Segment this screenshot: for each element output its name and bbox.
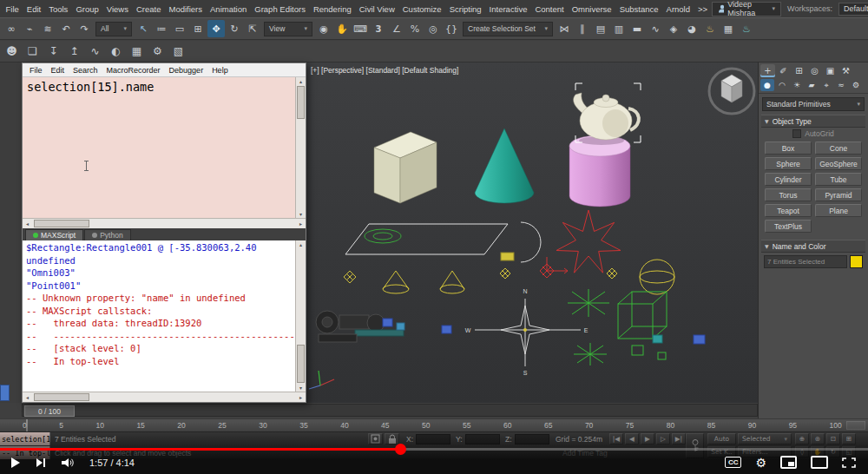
scroll-up-icon[interactable]: ▴ (296, 240, 306, 248)
small-green-box[interactable] (632, 346, 643, 355)
perspective-viewport[interactable]: [+] [Perspective] [Standard] [Default Sh… (306, 63, 758, 403)
object-type-button[interactable]: Cylinder (765, 173, 812, 186)
menu-item[interactable]: Customize (398, 4, 445, 14)
undo-icon[interactable]: ↶ (57, 20, 75, 37)
yellow-helpers[interactable] (344, 253, 674, 294)
menu-item[interactable]: File (2, 4, 23, 14)
object-type-button[interactable]: Tube (815, 173, 862, 186)
object-type-button[interactable]: Teapot (765, 204, 812, 217)
object-name-field[interactable]: 7 Entities Selected (764, 255, 847, 268)
selection-region-icon[interactable]: ▭ (171, 20, 188, 37)
schematic-view-icon[interactable]: ◈ (665, 20, 682, 37)
time-slider-handle[interactable]: 0 / 100 (24, 405, 75, 417)
maxscript-menu-item[interactable]: Help (207, 66, 233, 75)
window-crossing-icon[interactable]: ⊞ (189, 20, 207, 37)
menu-item[interactable]: Create (132, 4, 165, 14)
object-type-button[interactable]: Torus (765, 188, 812, 201)
select-and-move-icon[interactable]: ✥ (207, 20, 225, 37)
name-color-rollout-header[interactable]: ▼ Name and Color (761, 240, 865, 253)
maxscript-editor-pane[interactable]: selection[15].name ▴ ▾ (23, 77, 306, 218)
modify-tab-icon[interactable]: ✐ (776, 64, 791, 77)
fullscreen-button[interactable] (842, 458, 856, 468)
systems-category-icon[interactable]: ⚙ (849, 79, 863, 91)
display-tab-icon[interactable]: ▣ (823, 64, 838, 77)
snap-3d-icon[interactable]: 3 (370, 20, 387, 37)
ribbon-icon[interactable]: ▬ (628, 20, 646, 37)
user-account-chip[interactable]: Videep Mishraa ▾ (712, 2, 781, 16)
compass-helper[interactable] (475, 299, 581, 366)
object-type-button[interactable]: Box (765, 142, 812, 155)
motion-tab-icon[interactable]: ◎ (807, 64, 822, 77)
object-type-button[interactable]: Plane (815, 204, 862, 217)
star-spline[interactable] (556, 210, 621, 273)
scene-explorer-icon[interactable]: ▤ (592, 20, 609, 37)
selection-set-dropdown[interactable]: Create Selection Set▾ (463, 22, 553, 36)
space-warps-category-icon[interactable]: ≈ (834, 79, 848, 91)
maxscript-menu-item[interactable]: Edit (47, 66, 69, 75)
miniplayer-button[interactable] (780, 456, 797, 469)
menu-item[interactable]: Civil View (355, 4, 398, 14)
scroll-up-icon[interactable]: ▴ (296, 77, 306, 85)
menu-item[interactable]: Substance (615, 4, 662, 14)
select-and-rotate-icon[interactable]: ↻ (226, 20, 243, 37)
menu-item[interactable]: Graph Editors (251, 4, 310, 14)
viewport-label[interactable]: [+] [Perspective] [Standard] [Default Sh… (311, 66, 458, 75)
scroll-right-icon[interactable]: ▸ (296, 394, 306, 400)
scrollbar-thumb[interactable] (34, 220, 89, 227)
object-color-swatch[interactable] (850, 255, 863, 268)
hscroll-track[interactable] (32, 220, 296, 227)
editor-vscrollbar[interactable]: ▴ ▾ (295, 77, 306, 218)
scrollbar-thumb[interactable] (297, 345, 305, 383)
utilities-tab-icon[interactable]: ⚒ (838, 64, 853, 77)
scroll-down-icon[interactable]: ▾ (296, 210, 306, 218)
menu-item[interactable]: Tools (45, 4, 72, 14)
menu-item[interactable]: Rendering (309, 4, 355, 14)
open-folder-icon[interactable]: ❏ (23, 43, 42, 60)
menu-item[interactable]: Modifiers (165, 4, 207, 14)
viewport-scene[interactable]: N W E S (306, 63, 758, 403)
viewcube[interactable] (709, 69, 754, 114)
object-type-button[interactable]: Cone (815, 142, 862, 155)
import-icon[interactable]: ↧ (44, 43, 62, 60)
export-icon[interactable]: ↥ (65, 43, 83, 60)
align-icon[interactable]: ∥ (574, 20, 591, 37)
listener-tab[interactable]: Python (84, 229, 130, 240)
helpers-category-icon[interactable]: ⌖ (819, 79, 833, 91)
cameras-category-icon[interactable]: ▰ (805, 79, 819, 91)
docked-window-tab[interactable] (0, 385, 10, 401)
small-blue-box[interactable] (694, 335, 705, 344)
select-and-link-icon[interactable]: ∞ (3, 20, 20, 37)
maxscript-menu-item[interactable]: MacroRecorder (102, 66, 165, 75)
unlink-selection-icon[interactable]: ⌁ (21, 20, 38, 37)
render-setup-icon[interactable]: ♨ (701, 20, 719, 37)
spreadsheet-icon[interactable]: ▦ (128, 43, 146, 60)
settings-button[interactable]: ⚙ (755, 456, 766, 470)
captions-button[interactable]: CC (725, 457, 742, 468)
use-center-icon[interactable]: ◉ (315, 20, 332, 37)
scroll-down-icon[interactable]: ▾ (296, 384, 306, 392)
machinery-objects[interactable] (316, 311, 451, 342)
select-and-scale-icon[interactable]: ⇱ (244, 20, 261, 37)
play-button[interactable] (10, 457, 21, 469)
maxscript-menu-item[interactable]: Debugger (165, 66, 208, 75)
lights-category-icon[interactable]: ☀ (790, 79, 804, 91)
listener-vscrollbar[interactable]: ▴ ▾ (295, 240, 306, 392)
object-type-button[interactable]: Sphere (765, 157, 812, 170)
scroll-left-icon[interactable]: ◂ (23, 394, 32, 400)
menu-item[interactable]: Omniverse (568, 4, 615, 14)
small-teal-box[interactable] (653, 335, 662, 343)
menu-item[interactable]: >> (694, 4, 712, 14)
curve-editor-icon[interactable]: ∿ (647, 20, 664, 37)
motion-curve-icon[interactable]: ∿ (86, 43, 104, 60)
time-slider[interactable]: 0 / 100 (22, 404, 758, 417)
bind-to-space-warp-icon[interactable]: ≋ (39, 20, 56, 37)
box-primitive[interactable] (374, 132, 437, 203)
listener-hscrollbar[interactable]: ◂ ▸ (23, 392, 306, 402)
circle-splines[interactable] (365, 229, 401, 243)
autogrid-checkbox[interactable] (792, 129, 801, 138)
material-sphere-icon[interactable]: ◐ (107, 43, 125, 60)
select-by-name-icon[interactable]: ≔ (153, 20, 170, 37)
layer-explorer-icon[interactable]: ▥ (610, 20, 628, 37)
maxscript-menu-item[interactable]: File (25, 66, 47, 75)
selection-filter-dropdown[interactable]: All▾ (95, 22, 132, 36)
